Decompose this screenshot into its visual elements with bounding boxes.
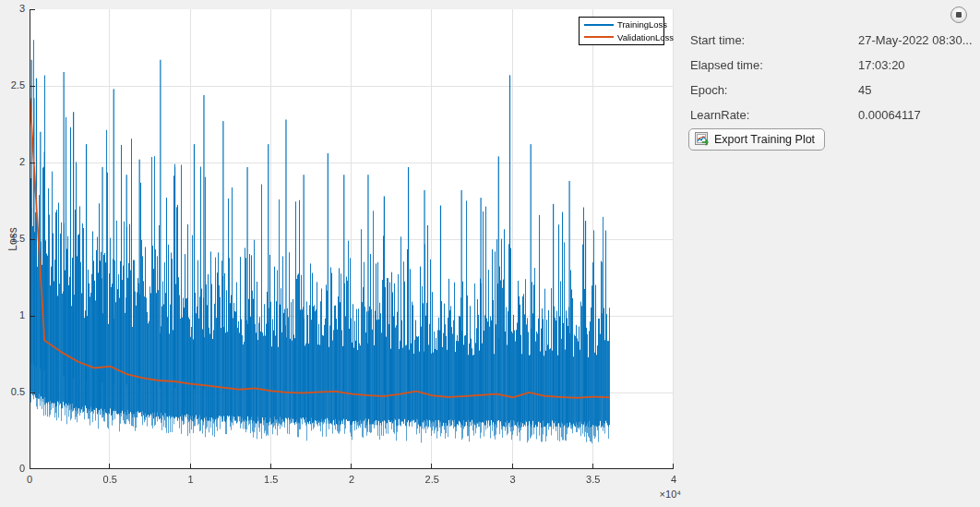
x-tick-label: 4 — [653, 474, 694, 485]
elapsed-time-label: Elapsed time: — [690, 53, 763, 78]
training-loss-line-swatch — [584, 24, 614, 26]
x-axis-exponent-label: ×10⁴ — [640, 489, 681, 500]
start-time-value: 27-May-2022 08:30... — [858, 28, 973, 53]
legend-entry-validation: ValidationLoss — [584, 31, 661, 43]
y-tick-label: 1 — [1, 309, 25, 320]
elapsed-time-row: Elapsed time: 17:03:20 — [690, 53, 976, 78]
x-tick-label: 3.5 — [573, 474, 614, 485]
legend-label: ValidationLoss — [617, 32, 674, 42]
export-button-label: Export Training Plot — [714, 133, 815, 146]
chart-legend: TrainingLoss ValidationLoss — [579, 17, 664, 45]
stop-training-button[interactable] — [950, 6, 967, 23]
training-info-panel: Start time: 27-May-2022 08:30... Elapsed… — [690, 28, 976, 127]
epoch-value: 45 — [858, 78, 871, 103]
y-tick-label: 2.5 — [1, 79, 25, 91]
x-tick-label: 2 — [331, 474, 372, 485]
loss-plot-area — [30, 9, 674, 469]
x-tick-label: 2.5 — [412, 474, 452, 485]
learnrate-row: LearnRate: 0.00064117 — [690, 103, 976, 127]
epoch-row: Epoch: 45 — [690, 78, 976, 103]
elapsed-time-value: 17:03:20 — [858, 53, 905, 78]
validation-loss-line-swatch — [584, 36, 614, 38]
export-training-plot-button[interactable]: Export Training Plot — [688, 128, 825, 151]
learnrate-label: LearnRate: — [690, 103, 749, 127]
learnrate-value: 0.00064117 — [858, 103, 921, 127]
y-tick-label: 2 — [1, 156, 25, 167]
x-tick-label: 1 — [171, 474, 211, 485]
start-time-row: Start time: 27-May-2022 08:30... — [690, 28, 976, 53]
training-progress-figure: Loss 00.511.522.533.54 00.511.522.53 ×10… — [0, 0, 980, 507]
x-tick-label: 0 — [9, 474, 50, 485]
y-tick-label: 0 — [1, 463, 25, 474]
y-tick-label: 1.5 — [1, 233, 25, 244]
x-tick-label: 1.5 — [251, 474, 292, 485]
export-plot-icon — [695, 132, 710, 147]
y-tick-label: 0.5 — [1, 386, 25, 397]
legend-entry-training: TrainingLoss — [584, 18, 661, 30]
x-tick-label: 3 — [493, 474, 533, 485]
start-time-label: Start time: — [690, 28, 745, 53]
stop-icon — [956, 12, 962, 18]
x-tick-label: 0.5 — [90, 474, 130, 485]
loss-chart-canvas — [30, 9, 674, 469]
legend-label: TrainingLoss — [617, 19, 667, 30]
y-tick-label: 3 — [1, 3, 25, 14]
epoch-label: Epoch: — [690, 78, 727, 103]
